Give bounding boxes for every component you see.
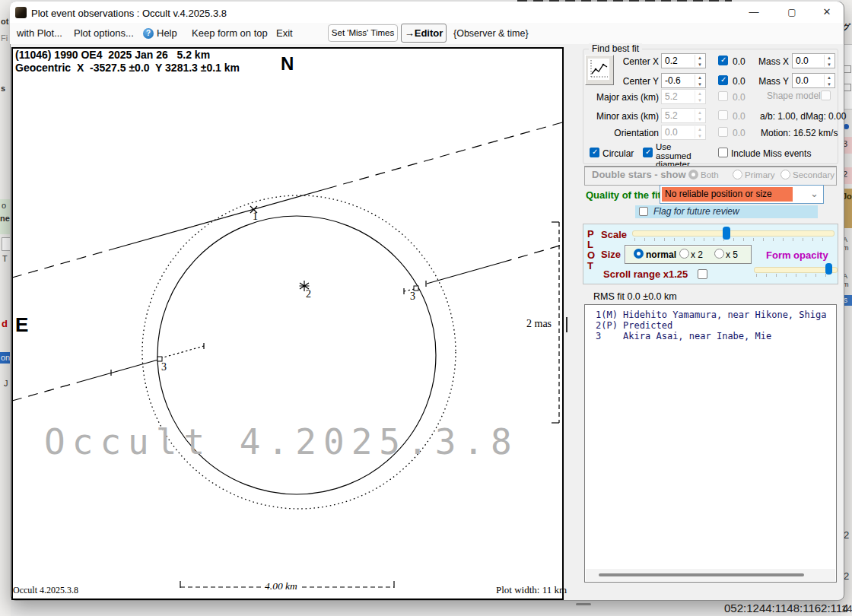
- spinner-arrows-icon: ▲▼: [695, 90, 704, 103]
- mass-y-label: Mass Y: [757, 76, 789, 87]
- background-left-strip: ot Fi s o ne T d on J: [0, 0, 11, 616]
- mas-scale-tick: [566, 317, 567, 332]
- size-normal-label: normal: [646, 249, 676, 260]
- major-axis-step-checkbox[interactable]: [718, 91, 728, 101]
- center-y-input[interactable]: -0.6 ▲▼: [661, 73, 706, 88]
- menu-exit[interactable]: Exit: [276, 24, 293, 43]
- bg-fragment: 2: [844, 570, 849, 582]
- menu-with-plot[interactable]: with Plot...: [17, 24, 62, 43]
- orientation-input[interactable]: 0.0 ▲▼: [661, 125, 706, 140]
- orientation-value: 0.0: [665, 127, 678, 138]
- center-x-value: 0.2: [665, 56, 678, 66]
- window-title: Plot event observations : Occult v.4.202…: [31, 8, 227, 19]
- double-stars-secondary-radio[interactable]: [780, 170, 790, 179]
- chord-3-extension-left: [12, 382, 80, 401]
- form-opacity-label: Form opacity: [766, 249, 828, 261]
- center-y-value: -0.6: [665, 75, 681, 86]
- quality-of-fit-label: Quality of the fit: [586, 189, 661, 201]
- menu-help[interactable]: Help: [157, 24, 177, 43]
- double-stars-both-radio[interactable]: [688, 170, 698, 179]
- horizontal-scrollbar[interactable]: [586, 569, 835, 581]
- chord-1-observed: [114, 189, 327, 249]
- bg-fragment: on: [1, 353, 10, 362]
- chord-2-number: 2: [306, 288, 311, 300]
- major-axis-input[interactable]: 5.2 ▲▼: [661, 89, 706, 104]
- use-assumed-diameter-checkbox[interactable]: [643, 148, 653, 157]
- minor-axis-input[interactable]: 5.2 ▲▼: [661, 108, 706, 123]
- center-x-label: Center X: [601, 56, 659, 67]
- bg-fragment: o: [2, 201, 6, 210]
- set-miss-times-button[interactable]: Set 'Miss' Times: [328, 24, 398, 42]
- chord-3-number-right: 3: [410, 291, 415, 303]
- center-y-step-label: 0.0: [733, 76, 746, 87]
- flag-review-label: Flag for future review: [653, 206, 739, 217]
- menu-plot-options[interactable]: Plot options...: [74, 24, 134, 43]
- minimize-button[interactable]: —: [742, 3, 765, 21]
- scale-slider-track[interactable]: [632, 230, 835, 237]
- size-x5-radio[interactable]: [714, 249, 724, 259]
- observer-list-item[interactable]: 2(P) Predicted: [596, 320, 672, 331]
- spinner-arrows-icon[interactable]: ▲▼: [824, 75, 834, 87]
- center-y-step-checkbox[interactable]: [718, 75, 728, 85]
- observer-list-item[interactable]: 1(M) Hidehito Yamamura, near Hikone, Shi…: [596, 310, 826, 320]
- editor-button[interactable]: →Editor: [401, 24, 447, 43]
- form-opacity-slider-thumb[interactable]: [825, 263, 832, 275]
- shape-model-label: Shape model: [767, 90, 814, 101]
- bg-fragment: d: [2, 318, 8, 329]
- size-x2-label: x 2: [691, 249, 703, 260]
- spinner-arrows-icon: ▲▼: [695, 126, 704, 138]
- chord-3-extension-right: [502, 245, 562, 262]
- spinner-arrows-icon[interactable]: ▲▼: [695, 55, 704, 67]
- menu-keep-form-on-top[interactable]: Keep form on top: [192, 24, 268, 43]
- center-x-step-checkbox[interactable]: [718, 56, 728, 65]
- size-x2-radio[interactable]: [679, 249, 689, 259]
- quality-selected-text: No reliable position or size: [665, 189, 772, 199]
- chord-1-extension-right: [327, 122, 562, 189]
- orientation-step-checkbox[interactable]: [718, 127, 728, 137]
- shape-model-checkbox[interactable]: [821, 90, 831, 100]
- chevron-down-icon: ⌄: [810, 188, 819, 199]
- bg-fragment: ot: [1, 17, 8, 26]
- chord-3-uncertainty-left: [161, 346, 204, 358]
- mass-x-input[interactable]: 0.0 ▲▼: [792, 53, 835, 68]
- size-normal-radio[interactable]: [634, 249, 644, 259]
- ab-dmag-label: a/b: 1.00, dMag: 0.00: [760, 111, 846, 122]
- plot-drawing: [11, 47, 564, 600]
- double-stars-primary-radio[interactable]: [733, 170, 742, 179]
- plot-width-label: Plot width: 11 km: [496, 584, 567, 596]
- spinner-arrows-icon[interactable]: ▲▼: [824, 55, 834, 67]
- horizontal-scrollbar-thumb[interactable]: [599, 573, 804, 576]
- observers-listbox[interactable]: 1(M) Hidehito Yamamura, near Hikone, Shi…: [584, 304, 837, 583]
- chord-3-observed-right: [427, 262, 502, 284]
- plot-letter-p: P: [587, 228, 594, 240]
- double-stars-both-label: Both: [701, 170, 719, 179]
- include-miss-events-checkbox[interactable]: [718, 148, 728, 157]
- double-stars-label: Double stars - show: [592, 169, 686, 180]
- minor-axis-step-checkbox[interactable]: [718, 110, 728, 120]
- minor-axis-value: 5.2: [665, 110, 678, 121]
- bg-fragment: T: [2, 254, 8, 263]
- circular-checkbox[interactable]: [590, 148, 599, 157]
- scroll-range-label: Scroll range x1.25: [603, 268, 688, 280]
- size-label: Size: [601, 249, 621, 260]
- bg-fragment: 2: [844, 529, 849, 541]
- bg-checkbox: [844, 65, 851, 73]
- plot-letter-l: L: [587, 239, 593, 250]
- spinner-arrows-icon[interactable]: ▲▼: [695, 75, 704, 87]
- chord-3-observed-left: [80, 360, 158, 382]
- mass-y-input[interactable]: 0.0 ▲▼: [792, 73, 835, 88]
- window-resize-grip[interactable]: [576, 603, 591, 605]
- center-x-input[interactable]: 0.2 ▲▼: [661, 53, 706, 68]
- close-button[interactable]: ✕: [815, 3, 838, 21]
- quality-of-fit-dropdown[interactable]: No reliable position or size ⌄: [660, 185, 824, 204]
- scale-slider-thumb[interactable]: [723, 227, 730, 240]
- observer-list-item[interactable]: 3 Akira Asai, near Inabe, Mie: [596, 331, 771, 341]
- find-best-fit-label: Find best fit: [589, 43, 642, 54]
- mass-x-label: Mass X: [757, 56, 789, 67]
- flag-review-checkbox[interactable]: [639, 207, 648, 216]
- double-stars-primary-label: Primary: [745, 170, 775, 179]
- center-x-step-label: 0.0: [733, 56, 746, 67]
- scroll-range-checkbox[interactable]: [698, 269, 707, 279]
- plot-title-line2: Geocentric X -3527.5 ±0.0 Y 3281.3 ±0.1 …: [15, 62, 240, 74]
- maximize-button[interactable]: ▢: [780, 3, 803, 21]
